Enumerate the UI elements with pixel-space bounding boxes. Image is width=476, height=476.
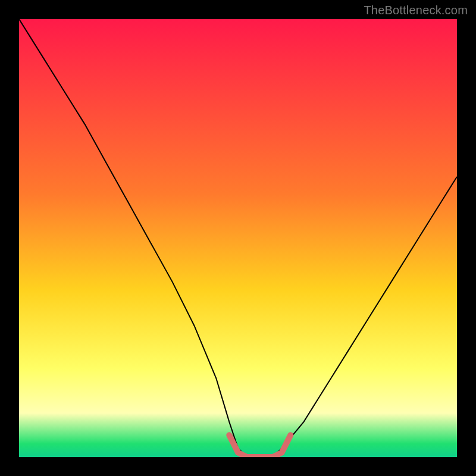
- chart-canvas: [19, 19, 457, 457]
- watermark-text: TheBottleneck.com: [364, 4, 468, 17]
- outer-frame: TheBottleneck.com: [0, 0, 476, 476]
- bottleneck-curve: [19, 19, 457, 457]
- bottom-highlight: [229, 435, 290, 457]
- chart-lines: [19, 19, 457, 457]
